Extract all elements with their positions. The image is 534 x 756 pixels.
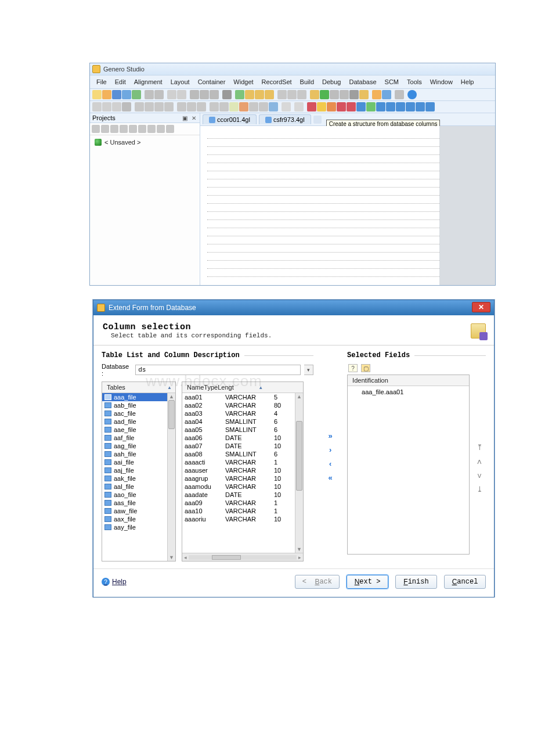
column-row[interactable]: aaamoduVARCHAR10 [182, 483, 295, 491]
redo-icon[interactable] [177, 90, 186, 99]
back-button[interactable]: < Back [295, 575, 340, 589]
copy-icon[interactable] [200, 90, 209, 99]
table-row[interactable]: aad_file [102, 417, 167, 426]
stop2-icon[interactable] [122, 102, 131, 111]
widget-blue2-icon[interactable] [376, 102, 385, 111]
container-vbox-icon[interactable] [219, 102, 229, 111]
widget-red-icon[interactable] [307, 102, 316, 111]
menu-container[interactable]: Container [194, 77, 230, 87]
new-form-tab-icon[interactable] [313, 116, 322, 124]
menu-layout[interactable]: Layout [167, 77, 194, 87]
menu-alignment[interactable]: Alignment [130, 77, 167, 87]
column-row[interactable]: aaagrupVARCHAR10 [182, 474, 295, 483]
column-row[interactable]: aaa04SMALLINT6 [182, 417, 295, 426]
database-input[interactable] [135, 365, 301, 375]
table-row[interactable]: aak_file [102, 474, 167, 483]
database-dropdown-button[interactable]: ▾ [304, 365, 313, 375]
menu-debug[interactable]: Debug [318, 77, 345, 87]
table-row[interactable]: aay_file [102, 523, 167, 531]
layout-form-icon[interactable] [197, 102, 206, 111]
column-row[interactable]: aaauserVARCHAR10 [182, 466, 295, 474]
column-row[interactable]: aaa07DATE10 [182, 442, 295, 450]
columns-hscrollbar[interactable]: ◂▸ [182, 553, 303, 561]
align-top-icon[interactable] [164, 102, 174, 111]
studio-titlebar[interactable]: Genero Studio [90, 63, 495, 75]
selected-row[interactable]: aaa_file.aaa01 [348, 387, 469, 397]
sel-folder-icon[interactable]: ▢ [361, 364, 370, 372]
saveall-icon[interactable] [122, 90, 131, 99]
build-icon[interactable] [330, 90, 339, 99]
new-icon[interactable] [92, 90, 102, 99]
proj-btn-7[interactable] [147, 125, 156, 133]
menu-tools[interactable]: Tools [403, 77, 426, 87]
table-row[interactable]: aac_file [102, 409, 167, 417]
selected-rows[interactable]: aaa_file.aaa01 [348, 386, 469, 554]
proj-btn-2[interactable] [101, 125, 109, 133]
column-row[interactable]: aaa01VARCHAR5 [182, 393, 295, 401]
projects-panel-header[interactable]: Projects ▣ ✕ [90, 113, 200, 123]
findnext-icon[interactable] [245, 90, 254, 99]
toolbar-icon[interactable] [282, 102, 291, 111]
table-row[interactable]: aax_file [102, 515, 167, 523]
editor-canvas[interactable] [200, 126, 495, 285]
columns-header[interactable]: Name Type Lengt▲ [182, 382, 303, 393]
projects-tree[interactable]: < Unsaved > [90, 135, 200, 149]
cut-icon[interactable] [190, 90, 199, 99]
container-hbox-icon[interactable] [210, 102, 219, 111]
table-row[interactable]: aao_file [102, 491, 167, 499]
menu-scm[interactable]: SCM [381, 77, 403, 87]
menu-recordset[interactable]: RecordSet [258, 77, 296, 87]
proj-btn-9[interactable] [166, 125, 174, 133]
tables-header[interactable]: Tables ▲ [102, 382, 175, 393]
table-row[interactable]: aaf_file [102, 434, 167, 442]
layout-table-icon[interactable] [187, 102, 196, 111]
menu-widget[interactable]: Widget [229, 77, 257, 87]
debug-icon[interactable] [359, 90, 369, 99]
column-rows[interactable]: aaa01VARCHAR5aaa02VARCHAR80aaa03VARCHAR4… [182, 393, 295, 553]
column-row[interactable]: aaadateDATE10 [182, 491, 295, 499]
move-top-button[interactable]: ⤒ [475, 443, 484, 451]
columns-scrollbar[interactable]: ▲▼ [295, 393, 303, 553]
column-row[interactable]: aaaactiVARCHAR1 [182, 458, 295, 466]
table-row[interactable]: aag_file [102, 442, 167, 450]
stop-icon[interactable] [349, 90, 359, 99]
tab-ccor001[interactable]: ccor001.4gl [203, 114, 257, 124]
tables-scrollbar[interactable]: ▲▼ [167, 393, 175, 561]
rebuild-icon[interactable] [340, 90, 349, 99]
help-link[interactable]: ? Help [102, 578, 127, 586]
bookmark-icon[interactable] [277, 90, 287, 99]
proj-btn-5[interactable] [129, 125, 137, 133]
sel-help-icon[interactable]: ? [348, 364, 358, 372]
table-row[interactable]: aaj_file [102, 466, 167, 474]
align-right-icon[interactable] [154, 102, 164, 111]
menu-edit[interactable]: Edit [111, 77, 130, 87]
menu-file[interactable]: File [92, 77, 111, 87]
table-row[interactable]: aaw_file [102, 507, 167, 515]
column-row[interactable]: aaa02VARCHAR80 [182, 401, 295, 409]
findprev-icon[interactable] [255, 90, 264, 99]
move-bottom-button[interactable]: ⤓ [475, 485, 484, 493]
find-icon[interactable] [235, 90, 244, 99]
cancel-button[interactable]: Cancel [444, 575, 486, 589]
column-row[interactable]: aaa10VARCHAR1 [182, 507, 295, 515]
container-win-icon[interactable] [269, 102, 278, 111]
selected-header[interactable]: Identification [348, 375, 469, 386]
tab-csfr973[interactable]: csfr973.4gl [259, 114, 311, 124]
table-row[interactable]: aab_file [102, 401, 167, 409]
table-row[interactable]: aas_file [102, 499, 167, 507]
add-button[interactable]: › [325, 444, 335, 455]
widget-blue4-icon[interactable] [396, 102, 405, 111]
proj-btn-1[interactable] [92, 125, 100, 133]
remove-button[interactable]: › [325, 458, 335, 469]
table-row[interactable]: aah_file [102, 450, 167, 458]
undo-icon[interactable] [167, 90, 176, 99]
column-row[interactable]: aaa03VARCHAR4 [182, 409, 295, 417]
print-icon[interactable] [145, 90, 154, 99]
next-button[interactable]: Next > [347, 575, 388, 589]
bookmark-prev-icon[interactable] [297, 90, 306, 99]
bookmark-next-icon[interactable] [287, 90, 297, 99]
snap-icon[interactable] [294, 102, 304, 111]
replace-icon[interactable] [265, 90, 274, 99]
tables-rows[interactable]: aaa_fileaab_fileaac_fileaad_fileaae_file… [102, 393, 167, 561]
column-row[interactable]: aaa05SMALLINT6 [182, 426, 295, 434]
